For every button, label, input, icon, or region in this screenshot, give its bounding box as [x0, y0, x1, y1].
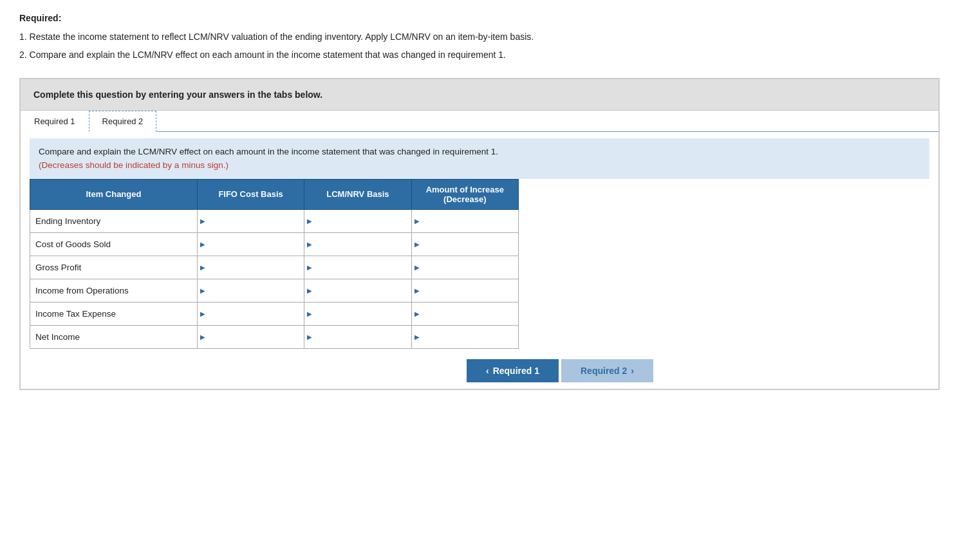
row-fifo-5[interactable]	[197, 325, 304, 348]
row-label-2: Gross Profit	[30, 256, 198, 279]
prev-button[interactable]: ‹ Required 1	[467, 359, 559, 382]
row-fifo-4[interactable]	[197, 302, 304, 325]
input-amount-2[interactable]	[412, 256, 518, 279]
col-header-fifo: FIFO Cost Basis	[197, 179, 304, 209]
col-header-amount: Amount of Increase (Decrease)	[411, 179, 518, 209]
instruction-note-main: Compare and explain the LCM/NRV effect o…	[39, 147, 498, 156]
next-button[interactable]: Required 2 ›	[561, 359, 653, 382]
input-lcm-4[interactable]	[304, 303, 411, 325]
input-fifo-1[interactable]	[198, 233, 304, 256]
row-label-1: Cost of Goods Sold	[30, 232, 198, 256]
row-fifo-3[interactable]	[197, 279, 304, 302]
row-lcm-4[interactable]	[304, 302, 411, 325]
row-amount-2[interactable]	[411, 256, 518, 279]
row-label-3: Income from Operations	[30, 279, 198, 302]
row-amount-0[interactable]	[411, 209, 518, 232]
prev-label: Required 1	[493, 366, 539, 376]
tabs-row: Required 1 Required 2	[21, 111, 938, 132]
table-row: Income from Operations	[30, 279, 519, 302]
input-fifo-5[interactable]	[198, 326, 304, 348]
input-amount-1[interactable]	[412, 233, 518, 256]
input-amount-3[interactable]	[412, 279, 518, 302]
row-lcm-5[interactable]	[304, 325, 411, 348]
row-amount-5[interactable]	[411, 325, 518, 348]
input-fifo-3[interactable]	[198, 279, 304, 302]
table-row: Income Tax Expense	[30, 302, 519, 325]
row-label-5: Net Income	[30, 325, 198, 348]
row-label-4: Income Tax Expense	[30, 302, 198, 325]
instruction-note-sub: (Decreases should be indicated by a minu…	[39, 160, 228, 170]
row-fifo-0[interactable]	[197, 209, 304, 232]
input-lcm-2[interactable]	[304, 256, 411, 279]
input-amount-5[interactable]	[412, 326, 518, 348]
input-amount-0[interactable]	[412, 210, 518, 232]
table-row: Net Income	[30, 325, 519, 348]
col-header-lcm: LCM/NRV Basis	[304, 179, 411, 209]
row-lcm-0[interactable]	[304, 209, 411, 232]
row-lcm-1[interactable]	[304, 232, 411, 256]
complete-box-text: Complete this question by entering your …	[33, 89, 322, 100]
row-amount-4[interactable]	[411, 302, 518, 325]
table-row: Cost of Goods Sold	[30, 232, 519, 256]
col-header-item: Item Changed	[30, 179, 198, 209]
comparison-table: Item Changed FIFO Cost Basis LCM/NRV Bas…	[30, 179, 519, 349]
input-fifo-4[interactable]	[198, 303, 304, 325]
instruction-1: 1. Restate the income statement to refle…	[19, 30, 940, 44]
input-amount-4[interactable]	[412, 303, 518, 325]
input-lcm-3[interactable]	[304, 279, 411, 302]
row-label-0: Ending Inventory	[30, 209, 198, 232]
input-lcm-1[interactable]	[304, 233, 411, 256]
input-lcm-0[interactable]	[304, 210, 411, 232]
input-lcm-5[interactable]	[304, 326, 411, 348]
row-fifo-1[interactable]	[197, 232, 304, 256]
next-label: Required 2	[581, 366, 627, 376]
input-fifo-2[interactable]	[198, 256, 304, 279]
tab-required-1[interactable]: Required 1	[21, 111, 89, 132]
row-fifo-2[interactable]	[197, 256, 304, 279]
instruction-2: 2. Compare and explain the LCM/NRV effec…	[19, 48, 940, 62]
input-fifo-0[interactable]	[198, 210, 304, 232]
instruction-note: Compare and explain the LCM/NRV effect o…	[30, 138, 929, 179]
bottom-nav: ‹ Required 1 Required 2 ›	[21, 349, 938, 389]
next-icon: ›	[631, 366, 634, 376]
tab-required-2[interactable]: Required 2	[89, 111, 157, 132]
prev-icon: ‹	[486, 366, 489, 376]
row-lcm-3[interactable]	[304, 279, 411, 302]
tab-content-required-2: Compare and explain the LCM/NRV effect o…	[21, 132, 938, 349]
table-row: Ending Inventory	[30, 209, 519, 232]
required-label: Required:	[19, 13, 940, 23]
table-row: Gross Profit	[30, 256, 519, 279]
row-amount-1[interactable]	[411, 232, 518, 256]
row-lcm-2[interactable]	[304, 256, 411, 279]
row-amount-3[interactable]	[411, 279, 518, 302]
